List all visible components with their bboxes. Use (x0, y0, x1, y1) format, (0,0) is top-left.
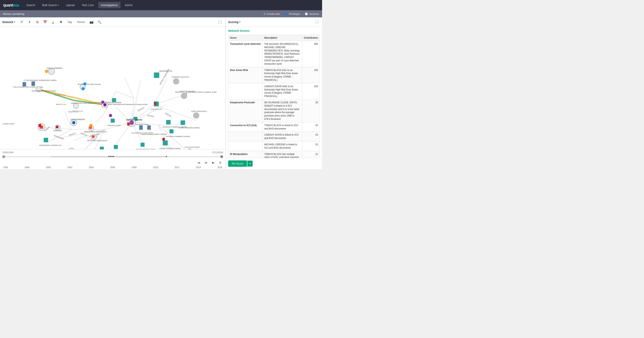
table-row: LINDSAY DAVID is linked to ICIJ and BVD … (228, 132, 320, 142)
score-contribution: 200 (302, 41, 320, 67)
svg-point-143 (83, 82, 86, 86)
score-description: TOBIAS BLACK links to an Extremely High … (263, 67, 302, 83)
logo: quantexa (3, 3, 19, 8)
left-panel: Network ▾ ↺ ✦ ⊞ 📅 🍃 ✱ Tag Revert 📷 🔍 ⛶ (0, 17, 226, 169)
sub-bar: Money Laundering ✎ Create task 👤 Privile… (0, 10, 322, 17)
timeline-handle-left[interactable] (2, 155, 5, 158)
timeline-handle-right[interactable] (220, 155, 223, 158)
svg-rect-48 (163, 141, 168, 145)
network-label: Network ▾ (2, 21, 15, 24)
svg-text:4 ANNA KOMNINI STREET, NICOSIA: 4 ANNA KOMNINI STREET, NICOSIA (140, 133, 167, 135)
scoring-label: Scoring ▾ (228, 21, 313, 24)
svg-point-147 (109, 114, 112, 117)
timeline-controls: ⏮ ⏭ ▶ ⏸ (2, 160, 223, 165)
filter-btn[interactable]: 🍃 (50, 19, 56, 25)
svg-text:$6538.7 (1 bn): $6538.7 (1 bn) (68, 111, 78, 113)
scoring-content: Network Scores: Score Description Contri… (226, 27, 322, 158)
tag-btn[interactable]: Tag (66, 20, 74, 24)
score-contribution: 100 (302, 83, 320, 99)
svg-text:LEXFORTH LTD: LEXFORTH LTD (150, 108, 162, 110)
nav-admin[interactable]: Admin (122, 2, 136, 8)
network-canvas[interactable]: Director director Director Director Subj… (0, 27, 226, 149)
versions-icon: 🕐 (305, 13, 308, 15)
table-row: Transaction cycle detectionThe accounts:… (228, 41, 320, 67)
score-category (228, 83, 263, 99)
calendar-btn[interactable]: 📅 (42, 19, 48, 25)
svg-rect-126 (56, 126, 58, 128)
svg-rect-44 (154, 73, 159, 78)
collapse-scoring-btn[interactable]: ⛶ (314, 19, 320, 25)
svg-text:$6144.8 (1 bn): $6144.8 (1 bn) (55, 94, 65, 96)
score-category (228, 141, 263, 151)
svg-text:Findynamic Limited: Findynamic Limited (107, 125, 120, 126)
scoring-dropdown-icon: ▾ (239, 21, 240, 23)
table-row: ID ManipulationTOBIAS BLACK has multiple… (228, 151, 320, 158)
svg-point-145 (101, 101, 104, 104)
nav-bulk-search[interactable]: Bulk Search ▾ (40, 2, 62, 8)
network-star-btn[interactable]: ✦ (26, 19, 32, 25)
score-contribution: 23 (302, 141, 320, 151)
rescore-button[interactable]: Re-Score (228, 160, 247, 167)
svg-rect-52 (166, 120, 171, 125)
search-network-btn[interactable]: 🔍 (96, 19, 102, 25)
timeline-skip-end-btn[interactable]: ⏭ (204, 160, 209, 165)
versions-button[interactable]: 🕐 Versions (305, 13, 319, 15)
svg-rect-62 (100, 147, 104, 149)
svg-text:LEXFORTH LTD: LEXFORTH LTD (159, 70, 172, 72)
nav-investigations[interactable]: Investigations (98, 2, 121, 8)
scores-table: Score Description Contribution Transacti… (228, 35, 320, 158)
score-description: 59 VICARAGE CLOSE, ERITH, DA81ET is link… (263, 99, 302, 122)
timeline-start-date: 13/03/1994 (2, 151, 13, 154)
svg-rect-148 (38, 124, 41, 127)
nav-search[interactable]: Search (24, 2, 38, 8)
score-description: TOBIAS BLACK is linked to ICIJ and BVD d… (263, 122, 302, 132)
score-contribution: 100 (302, 67, 320, 83)
col-score: Score (228, 35, 263, 41)
svg-text:W: W (46, 71, 48, 73)
nav-task-lists[interactable]: Task Lists (79, 2, 96, 8)
svg-text:Post Script Designs Limited: Post Script Designs Limited (136, 148, 155, 149)
score-contribution: 12 (302, 151, 320, 158)
svg-rect-132 (92, 135, 94, 138)
svg-point-146 (90, 124, 92, 127)
table-row: Connection to ICIJ (Ind)TOBIAS BLACK is … (228, 122, 320, 132)
bulk-search-arrow-icon: ▾ (58, 4, 59, 6)
svg-rect-151 (162, 138, 165, 141)
scoring-toolbar: Scoring ▾ ⛶ (226, 17, 322, 27)
svg-text:27 THE BROADWAY, SUNDERLAND, S: 27 THE BROADWAY, SUNDERLAND, SR4BNX (24, 79, 57, 81)
svg-rect-64 (114, 145, 118, 149)
network-toolbar: Network ▾ ↺ ✦ ⊞ 📅 🍃 ✱ Tag Revert 📷 🔍 ⛶ (0, 17, 226, 27)
expand-network-btn[interactable]: ⛶ (217, 19, 223, 25)
svg-point-144 (82, 87, 85, 90)
privileges-button[interactable]: 👤 Privileges (285, 13, 300, 15)
svg-text:LINDSAY DAVID: LINDSAY DAVID (3, 123, 14, 125)
camera-btn[interactable]: 📷 (88, 19, 95, 25)
nav-upload[interactable]: Upload (63, 2, 77, 8)
history-btn[interactable]: ↺ (18, 19, 24, 25)
timeline-years: 1996 1998 2000 2002 2004 2006 2008 2010 … (2, 166, 223, 169)
score-contribution: 23 (302, 132, 320, 142)
sub-bar-actions: ✎ Create task 👤 Privileges 🕐 Versions (264, 13, 319, 15)
timeline-play-btn[interactable]: ▶ (210, 160, 216, 165)
timeline-bar[interactable] (2, 154, 223, 159)
right-panel: Scoring ▾ ⛶ Network Scores: Score Descri… (226, 17, 322, 169)
rescore-area: Re-Score ▾ (226, 158, 322, 169)
svg-rect-0 (2, 27, 223, 149)
score-category (228, 132, 263, 142)
rescore-dropdown-btn[interactable]: ▾ (247, 161, 252, 167)
network-dropdown-icon: ▾ (14, 21, 15, 23)
table-row: Dow Jones RiskTOBIAS BLACK links to an E… (228, 67, 320, 83)
svg-rect-149 (127, 123, 130, 126)
svg-rect-78 (32, 81, 35, 86)
svg-text:MICHAEL GREENE: MICHAEL GREENE (126, 119, 142, 121)
score-category: Inexpensive Postcode (228, 99, 263, 122)
score-description: LINDSAY DAVID is linked to ICIJ and BVD … (263, 132, 302, 142)
grid-btn[interactable]: ⊞ (34, 19, 40, 25)
timeline-pause-btn[interactable]: ⏸ (218, 160, 223, 165)
revert-btn[interactable]: Revert (75, 20, 87, 24)
create-task-button[interactable]: ✎ Create task (264, 13, 280, 15)
svg-point-117 (103, 103, 106, 106)
svg-rect-72 (111, 119, 114, 123)
timeline-skip-start-btn[interactable]: ⏮ (196, 160, 202, 165)
asterisk-btn[interactable]: ✱ (58, 19, 64, 25)
